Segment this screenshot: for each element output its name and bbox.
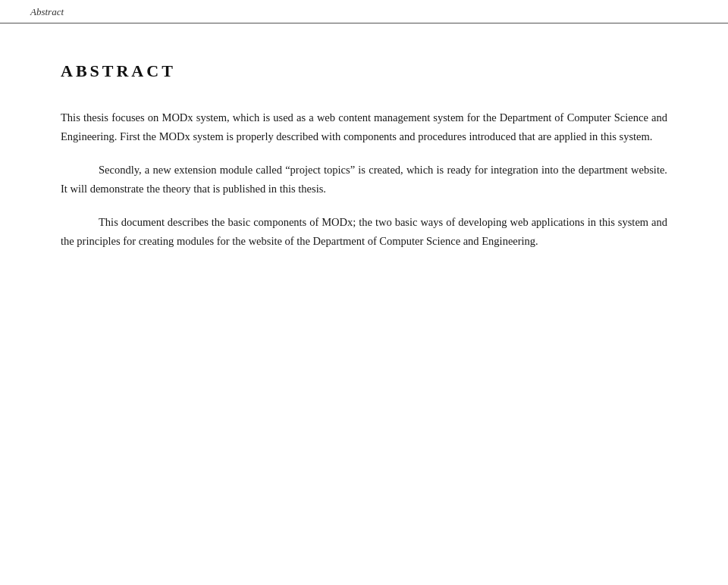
abstract-paragraph-3: This document describes the basic compon…	[61, 213, 667, 252]
abstract-paragraph-2: Secondly, a new extension module called …	[61, 161, 667, 199]
abstract-heading: Abstract	[61, 61, 667, 81]
header-title: Abstract	[30, 6, 64, 18]
page-container: Abstract Abstract This thesis focuses on…	[0, 0, 728, 585]
abstract-body: This thesis focuses on MODx system, whic…	[61, 108, 667, 251]
header-bar: Abstract	[0, 0, 728, 23]
content-area: Abstract This thesis focuses on MODx sys…	[0, 23, 728, 274]
abstract-paragraph-1: This thesis focuses on MODx system, whic…	[61, 108, 667, 147]
